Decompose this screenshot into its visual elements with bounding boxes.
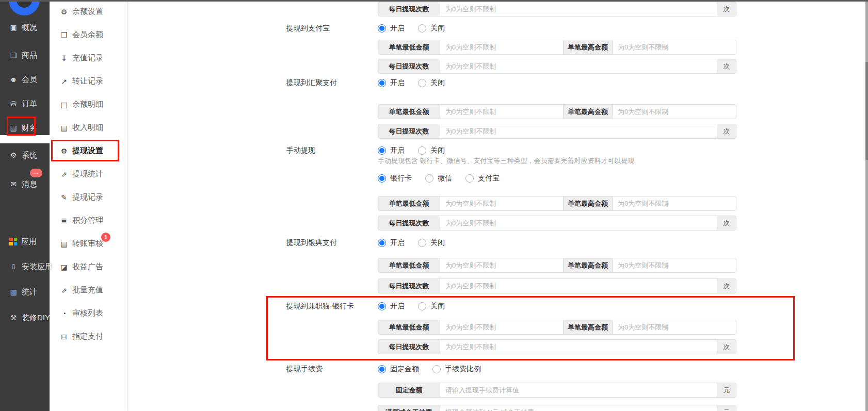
field-addon: 每日提现次数 <box>378 278 440 293</box>
radio-huiju-off[interactable]: 关闭 <box>418 78 445 88</box>
submenu-item-label: 积分管理 <box>72 216 103 225</box>
submenu-item-label: 提现设置 <box>72 146 103 156</box>
minus-square-icon: ⊟ <box>59 333 69 341</box>
radio-manual-on[interactable]: 开启 <box>378 146 405 155</box>
huiju-min-amount-input[interactable] <box>440 104 564 119</box>
submenu-item-label: 收益广告 <box>72 262 103 272</box>
fee-waiver-input[interactable] <box>440 405 717 411</box>
submenu-item-label: 充值记录 <box>72 53 103 63</box>
sidebar-item-goods[interactable]: ❑ 商品 <box>0 48 50 62</box>
huiju-daily-count-input[interactable] <box>440 124 717 139</box>
radio-huiju-on[interactable]: 开启 <box>378 78 405 88</box>
radio-jianzhimao-off[interactable]: 关闭 <box>418 302 445 311</box>
alipay-daily-count-input[interactable] <box>440 59 717 74</box>
field-addon: 固定金额 <box>378 383 440 398</box>
sidebar-item-stats[interactable]: ▥ 统计 <box>0 285 50 299</box>
sidebar-item-orders[interactable]: ⛁ 订单 <box>0 97 50 110</box>
radio-dot <box>418 239 426 247</box>
jianzhimao-daily-count-group: 每日提现次数 次 <box>378 339 736 354</box>
radio-jianzhimao-on[interactable]: 开启 <box>378 302 405 311</box>
jianzhimao-amount-group: 单笔最低金额 单笔最高金额 <box>378 320 736 335</box>
label-withdraw-to-alipay: 提现到支付宝 <box>286 23 375 33</box>
submenu-item-income-details[interactable]: ▤ 收入明细 <box>50 116 127 139</box>
manual-max-amount-input[interactable] <box>612 196 736 211</box>
submenu-item-withdrawal-records[interactable]: ✎ 提现记录 <box>50 186 127 209</box>
apps-icon <box>9 238 17 245</box>
submenu-item-label: 转账审核 <box>72 239 103 249</box>
field-addon: 单笔最高金额 <box>563 40 613 55</box>
radio-fee-ratio[interactable]: 手续费比例 <box>432 365 481 374</box>
sidebar-item-diy[interactable]: ⚒ 装修DIY <box>0 311 50 324</box>
radio-yindian-on[interactable]: 开启 <box>378 238 405 248</box>
radio-alipay-off[interactable]: 关闭 <box>418 24 445 33</box>
submenu-item-review-list[interactable]: ◔ 审核列表 <box>50 302 127 325</box>
alipay-max-amount-input[interactable] <box>612 40 736 55</box>
submenu-item-points-management[interactable]: ≣ 积分管理 <box>50 209 127 232</box>
sidebar-item-overview[interactable]: ▣ 概况 <box>0 21 50 34</box>
yindian-max-amount-input[interactable] <box>612 258 736 273</box>
install-apps-icon: ⇩ <box>8 262 19 271</box>
submenu-item-revenue-ads[interactable]: ◪ 收益广告 <box>50 255 127 278</box>
document-icon: ▤ <box>59 124 69 132</box>
avatar[interactable] <box>9 0 40 15</box>
radio-label: 固定金额 <box>390 365 419 374</box>
radio-alipay-on[interactable]: 开启 <box>378 24 405 33</box>
huiju-amount-group: 单笔最低金额 单笔最高金额 <box>378 104 736 119</box>
radio-yindian-off[interactable]: 关闭 <box>418 238 445 248</box>
sidebar-item-label: 应用 <box>21 237 37 246</box>
unit-times: 次 <box>717 59 736 74</box>
image-icon: ◪ <box>59 263 69 271</box>
submenu-item-balance-details[interactable]: ▤ 余额明细 <box>50 93 127 116</box>
radio-dot <box>378 302 386 310</box>
submenu-item-member-balance[interactable]: ❒ 会员余额 <box>50 23 127 46</box>
gear-icon: ⚙ <box>59 8 69 16</box>
yindian-min-amount-input[interactable] <box>440 258 564 273</box>
radio-dot <box>378 24 386 32</box>
submenu-item-recharge-records[interactable]: ↧ 充值记录 <box>50 46 127 70</box>
jianzhimao-min-amount-input[interactable] <box>440 320 564 335</box>
manual-daily-count-input[interactable] <box>440 216 717 231</box>
radio-type-alipay[interactable]: 支付宝 <box>465 174 500 183</box>
gear-icon: ⚙ <box>59 147 69 155</box>
huiju-max-amount-input[interactable] <box>612 104 736 119</box>
unit-times: 次 <box>717 2 736 17</box>
submenu-item-withdrawal-stats[interactable]: ⇗ 提现统计 <box>50 162 127 186</box>
radio-type-bank[interactable]: 银行卡 <box>378 174 412 183</box>
manual-min-amount-input[interactable] <box>440 196 564 211</box>
sidebar-item-label: 会员 <box>22 75 37 85</box>
jianzhimao-daily-count-input[interactable] <box>440 339 717 354</box>
pencil-icon: ✎ <box>59 193 69 202</box>
fee-waiver-group: 满额减免手续费 元 <box>378 405 736 411</box>
sidebar-item-messages[interactable]: ✉ 消息 <box>0 177 50 191</box>
vertical-scrollbar[interactable] <box>865 0 868 411</box>
submenu-item-withdrawal-settings[interactable]: ⚙ 提现设置 <box>50 139 127 162</box>
label-withdraw-to-yindian: 提现到银典支付 <box>286 237 375 248</box>
transfer-review-badge: 1 <box>101 233 110 242</box>
alipay-daily-count-group: 每日提现次数 次 <box>378 59 736 74</box>
field-addon: 每日提现次数 <box>378 339 440 354</box>
sidebar-item-finance[interactable]: ▤ 财务 <box>0 121 50 135</box>
sidebar-item-system[interactable]: ⚙ 系统 <box>0 149 50 162</box>
label-manual-withdraw: 手动提现 <box>286 145 375 155</box>
yindian-daily-count-input[interactable] <box>440 278 717 293</box>
submenu-item-balance-settings[interactable]: ⚙ 余额设置 <box>50 0 127 23</box>
submenu-item-transfer-review[interactable]: ▤ 转账审核 1 <box>50 232 127 255</box>
alipay-min-amount-input[interactable] <box>440 40 564 55</box>
fixed-fee-input[interactable] <box>440 383 717 398</box>
jianzhimao-max-amount-input[interactable] <box>612 320 736 335</box>
radio-fee-fixed[interactable]: 固定金额 <box>378 365 419 374</box>
scrollbar-thumb[interactable] <box>865 62 868 160</box>
daily-withdraw-count-input[interactable] <box>440 2 717 17</box>
members-icon: ☻ <box>8 75 19 84</box>
submenu-item-designated-payment[interactable]: ⊟ 指定支付 <box>50 325 127 348</box>
radio-type-wechat[interactable]: 微信 <box>425 174 452 183</box>
manual-amount-group: 单笔最低金额 单笔最高金额 <box>378 196 736 211</box>
field-addon: 每日提现次数 <box>378 216 440 231</box>
radio-manual-off[interactable]: 关闭 <box>418 146 445 155</box>
sidebar-item-apps[interactable]: 应用 <box>0 235 50 248</box>
submenu-item-transfer-records[interactable]: ↗ 转让记录 <box>50 70 127 93</box>
sidebar-item-members[interactable]: ☻ 会员 <box>0 73 50 86</box>
submenu-item-batch-recharge[interactable]: ⇗ 批量充值 <box>50 278 127 302</box>
radio-dot <box>378 239 386 247</box>
sidebar-item-install-apps[interactable]: ⇩ 安装应用 <box>0 260 50 273</box>
